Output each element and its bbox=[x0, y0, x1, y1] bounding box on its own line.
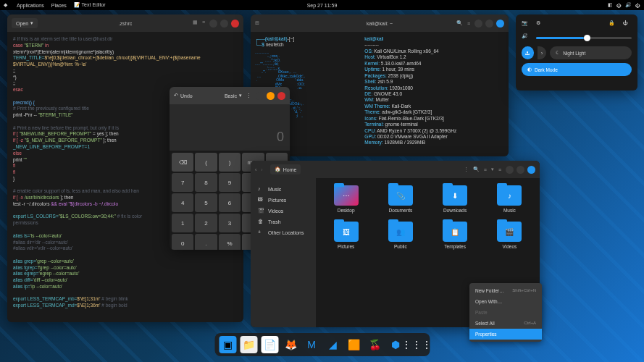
undo-button[interactable]: ↶Undo bbox=[174, 93, 193, 98]
five-key[interactable]: 5 bbox=[195, 193, 217, 212]
sidebar-other-locations[interactable]: +Other Locations bbox=[251, 227, 316, 238]
close-button[interactable] bbox=[277, 92, 285, 100]
editor-filename: .zshrc bbox=[119, 21, 133, 26]
back-icon[interactable]: ‹ bbox=[255, 167, 256, 172]
folder-desktop[interactable]: ⋯Desktop bbox=[323, 185, 369, 213]
folder-pictures[interactable]: 🖼Pictures bbox=[323, 222, 369, 249]
dark-mode-button[interactable]: ◐ Dark Mode bbox=[522, 63, 632, 76]
minimize-button[interactable] bbox=[256, 92, 264, 100]
power-icon[interactable]: ⏻ bbox=[635, 3, 640, 8]
files-sidebar: ♪Music 🖼Pictures 🎬Videos 🗑Trash +Other L… bbox=[251, 178, 316, 327]
camera-icon[interactable]: 📷 bbox=[522, 20, 530, 29]
folder-downloads[interactable]: ⬇Downloads bbox=[432, 185, 478, 213]
minimize-button[interactable] bbox=[209, 20, 217, 28]
volume-icon: 🔊 bbox=[522, 33, 530, 42]
folder-videos[interactable]: 🎬Videos bbox=[487, 222, 532, 249]
calculator-display: 0 bbox=[170, 104, 290, 151]
lock-icon[interactable]: 🔒 bbox=[609, 20, 617, 29]
dock-apps[interactable]: ⋮⋮⋮ bbox=[408, 336, 425, 353]
folder-documents[interactable]: 📎Documents bbox=[377, 185, 423, 213]
network-icon[interactable]: ⏻ bbox=[616, 3, 622, 8]
sidebar-videos[interactable]: 🎬Videos bbox=[251, 206, 316, 216]
one-key[interactable]: 1 bbox=[172, 214, 193, 232]
dock-texteditor[interactable]: 📄 bbox=[261, 336, 278, 353]
power-icon[interactable]: ⏻ bbox=[623, 20, 632, 29]
search-icon[interactable]: 🔍 bbox=[473, 167, 480, 172]
clock[interactable]: Sep 27 11:59 bbox=[307, 3, 338, 8]
applications-menu[interactable]: Applications bbox=[17, 3, 44, 8]
dock-metasploit[interactable]: M bbox=[303, 336, 320, 353]
clear-key[interactable]: ⌫ bbox=[172, 153, 193, 172]
ctx-properties[interactable]: Properties bbox=[469, 329, 542, 340]
context-menu: New Folder…Shift+Ctrl+N Open With… Paste… bbox=[469, 283, 542, 342]
close-button[interactable] bbox=[231, 20, 239, 28]
folder-templates[interactable]: 📋Templates bbox=[432, 222, 478, 249]
seven-key[interactable]: 7 bbox=[172, 173, 193, 192]
menu-icon[interactable]: ≡ bbox=[202, 20, 205, 28]
wired-button[interactable]: 🖧 bbox=[522, 46, 534, 59]
path-button[interactable]: 🏠 Home bbox=[270, 164, 301, 174]
ctx-select-all[interactable]: Select AllCtrl+A bbox=[469, 318, 542, 329]
close-button[interactable] bbox=[527, 166, 535, 174]
dock-burp[interactable]: 🟧 bbox=[345, 336, 362, 353]
rparen-key[interactable]: ) bbox=[219, 153, 241, 172]
workspace-indicator-icon[interactable]: ◧ bbox=[608, 2, 613, 8]
minimize-button[interactable] bbox=[474, 20, 482, 28]
list-view-icon[interactable]: ≡ bbox=[484, 167, 487, 172]
folder-music[interactable]: ♪Music bbox=[487, 185, 532, 213]
eight-key[interactable]: 8 bbox=[195, 173, 217, 192]
maximize-button[interactable] bbox=[517, 166, 524, 174]
sidebar-pictures[interactable]: 🖼Pictures bbox=[251, 195, 316, 206]
files-titlebar[interactable]: ‹ › 🏠 Home ⋮ 🔍 ≡ ▾ ≡ bbox=[251, 161, 540, 178]
two-key[interactable]: 2 bbox=[195, 214, 217, 232]
mode-selector[interactable]: Basic ▾ bbox=[225, 93, 242, 98]
maximize-button[interactable] bbox=[267, 92, 275, 100]
lparen-key[interactable]: ( bbox=[195, 153, 217, 172]
sidebar-music[interactable]: ♪Music bbox=[251, 184, 316, 195]
terminal-titlebar[interactable]: ⊞ kali@kali: ~ 🔍 ≡ bbox=[251, 14, 509, 32]
calculator-titlebar[interactable]: ↶Undo Basic ▾ ⋮ bbox=[170, 87, 290, 104]
quick-settings-panel: 📷 ⚙ 🔒 ⏻ 🔊 🖧 › ☾ Night Light ◐ Dark Mode bbox=[516, 14, 637, 90]
menu-icon[interactable]: ≡ bbox=[498, 167, 501, 172]
volume-slider[interactable] bbox=[536, 37, 632, 39]
dock-cherry[interactable]: 🍒 bbox=[366, 336, 383, 353]
terminal-title: kali@kali: ~ bbox=[367, 21, 393, 26]
open-button[interactable]: Open ▾ bbox=[12, 18, 38, 28]
grid-icon[interactable]: ▦ bbox=[193, 20, 198, 28]
menu-icon[interactable]: ≡ bbox=[467, 21, 470, 26]
nine-key[interactable]: 9 bbox=[219, 173, 241, 192]
ctx-open-with[interactable]: Open With… bbox=[469, 296, 542, 307]
volume-icon[interactable]: 🔊 bbox=[625, 2, 632, 8]
forward-icon[interactable]: › bbox=[261, 167, 262, 172]
dock-firefox[interactable]: 🦊 bbox=[282, 336, 299, 353]
places-menu[interactable]: Places bbox=[51, 3, 67, 8]
zero-key[interactable]: 0 bbox=[172, 234, 193, 250]
editor-titlebar[interactable]: Open ▾ .zshrc ▦ ≡ bbox=[7, 14, 243, 32]
sidebar-trash[interactable]: 🗑Trash bbox=[251, 216, 316, 227]
close-button[interactable] bbox=[496, 20, 504, 28]
four-key[interactable]: 4 bbox=[172, 193, 193, 212]
top-panel: ◆ Applications Places 📝 Text Editor Sep … bbox=[0, 0, 644, 10]
folder-public[interactable]: 👥Public bbox=[377, 222, 423, 249]
percent-key[interactable]: % bbox=[219, 234, 241, 250]
wired-chevron-icon[interactable]: › bbox=[538, 46, 546, 59]
kali-logo-icon[interactable]: ◆ bbox=[4, 2, 9, 8]
dock-kali[interactable]: ◢ bbox=[324, 336, 341, 353]
ctx-new-folder[interactable]: New Folder…Shift+Ctrl+N bbox=[469, 285, 542, 296]
texteditor-menu[interactable]: 📝 Text Editor bbox=[74, 2, 106, 8]
dock-files[interactable]: 📁 bbox=[240, 336, 257, 353]
night-light-button[interactable]: ☾ Night Light bbox=[550, 46, 632, 59]
maximize-button[interactable] bbox=[220, 20, 228, 28]
settings-icon[interactable]: ⚙ bbox=[536, 20, 545, 29]
menu-icon[interactable]: ⋮ bbox=[246, 93, 251, 98]
three-key[interactable]: 3 bbox=[219, 214, 241, 232]
view-options-icon[interactable]: ▾ bbox=[491, 167, 494, 172]
new-tab-icon[interactable]: ⊞ bbox=[255, 20, 259, 26]
ctx-paste: Paste bbox=[469, 307, 542, 318]
decimal-key[interactable]: . bbox=[195, 234, 217, 250]
six-key[interactable]: 6 bbox=[219, 193, 241, 212]
search-icon[interactable]: 🔍 bbox=[456, 20, 463, 26]
minimize-button[interactable] bbox=[506, 166, 514, 174]
dock-terminal[interactable]: ▣ bbox=[219, 336, 236, 353]
maximize-button[interactable] bbox=[485, 20, 493, 28]
